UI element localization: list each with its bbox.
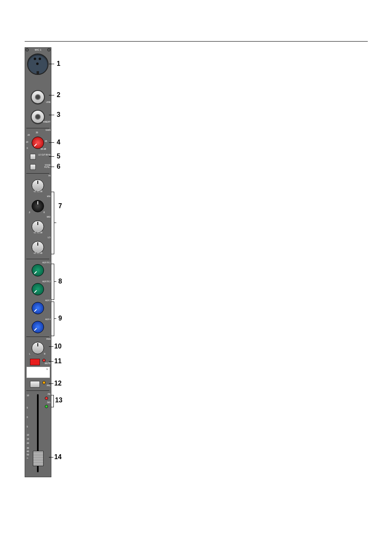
leader bbox=[49, 457, 53, 457]
bracket bbox=[51, 192, 54, 254]
leader bbox=[54, 281, 56, 282]
aux2-label: AUX FX 2 bbox=[42, 281, 51, 283]
pan-left: L bbox=[29, 353, 30, 355]
pk-label: PK bbox=[46, 393, 51, 395]
fader-tick: 10 bbox=[27, 434, 29, 436]
eq-hi-knob[interactable] bbox=[32, 179, 44, 192]
mute-label: MUTE bbox=[44, 362, 51, 365]
eq-freq-tick: 8 bbox=[44, 211, 45, 214]
leader bbox=[49, 156, 54, 157]
eq-hi-label: HI bbox=[46, 175, 51, 177]
callout-12: 12 bbox=[54, 380, 62, 387]
pfl-button[interactable] bbox=[30, 381, 40, 388]
eq-mid-knob[interactable] bbox=[32, 221, 44, 233]
gain-tick: 45 bbox=[45, 140, 47, 142]
eq-lo-label: LO bbox=[46, 237, 51, 239]
aux3-label: AUX 3 bbox=[42, 300, 51, 302]
aux1-knob[interactable] bbox=[32, 264, 44, 276]
eq-mid-label: MID bbox=[45, 216, 51, 218]
line-label: LINE bbox=[45, 101, 51, 103]
eq-mid-range: -15 +15 dB bbox=[27, 232, 49, 234]
bracket bbox=[51, 395, 54, 407]
pfl-led bbox=[42, 381, 46, 384]
channel-strip: MIC 1 LINE INSERT GAIN 0 10 20 30 45 60 … bbox=[25, 47, 51, 477]
callout-11: 11 bbox=[54, 358, 62, 365]
mute-button[interactable] bbox=[30, 359, 40, 365]
gain-tick: 10 bbox=[26, 141, 28, 143]
callout-8: 8 bbox=[58, 278, 62, 285]
gain-tick: 0 bbox=[27, 147, 28, 149]
bracket bbox=[51, 302, 54, 336]
eq-freq-tick: .3 bbox=[28, 211, 30, 214]
fader-tick: 20 bbox=[27, 442, 29, 444]
callout-10: 10 bbox=[54, 343, 62, 350]
leader bbox=[49, 383, 53, 384]
leader bbox=[49, 64, 54, 64]
pfl-label: PFL bbox=[46, 385, 51, 387]
callout-5: 5 bbox=[57, 153, 60, 160]
fader-tick: 15 bbox=[27, 438, 29, 440]
leader bbox=[49, 346, 53, 347]
callout-3: 3 bbox=[57, 111, 60, 118]
leader bbox=[49, 95, 54, 95]
bracket bbox=[51, 264, 54, 300]
gain-tick: 20 bbox=[28, 134, 30, 136]
insert-label: INSERT bbox=[42, 121, 51, 123]
fader-tick: 10 bbox=[27, 394, 29, 397]
locut-label: LO CUT 80 Hz bbox=[38, 154, 51, 156]
divider bbox=[26, 173, 49, 174]
channel-number: 1 bbox=[46, 368, 48, 370]
leader bbox=[49, 167, 54, 167]
gain-tick: 30 bbox=[36, 132, 38, 134]
eq-lo-knob[interactable] bbox=[32, 241, 44, 253]
fader-tick: 30 bbox=[27, 447, 29, 449]
voice-filter-label: VOICE FILTER bbox=[38, 164, 51, 168]
eq-lo-range: -15 +15 dB bbox=[27, 253, 49, 255]
voice-filter-button[interactable] bbox=[30, 164, 36, 170]
callout-1: 1 bbox=[57, 60, 60, 67]
sig-led bbox=[45, 405, 48, 408]
gain-knob[interactable] bbox=[32, 137, 44, 149]
leader bbox=[49, 361, 53, 362]
pk-led bbox=[45, 397, 48, 400]
fader-tick: 40 bbox=[27, 450, 29, 453]
gain-label: GAIN bbox=[44, 129, 51, 131]
leader bbox=[49, 142, 54, 143]
leader bbox=[54, 223, 56, 223]
gain-tick: 60 dB bbox=[41, 148, 46, 150]
callout-2: 2 bbox=[57, 91, 60, 99]
aux2-knob[interactable] bbox=[32, 283, 44, 295]
callout-13: 13 bbox=[55, 397, 62, 404]
eq-freq-knob[interactable] bbox=[32, 200, 44, 212]
fader-tick: 5 bbox=[27, 406, 28, 409]
fader-tick: ∞ bbox=[27, 457, 28, 459]
fader-cap[interactable] bbox=[33, 451, 44, 466]
mic-xlr-input[interactable] bbox=[27, 53, 48, 75]
fader-tick: 0 bbox=[27, 416, 28, 418]
callout-4: 4 bbox=[57, 139, 60, 146]
divider bbox=[26, 259, 49, 259]
aux4-label: AUX 4 bbox=[42, 318, 51, 320]
leader bbox=[54, 318, 56, 319]
callout-7: 7 bbox=[58, 202, 62, 210]
leader bbox=[49, 115, 54, 115]
locut-button[interactable] bbox=[30, 154, 36, 160]
page-rule bbox=[25, 41, 368, 42]
fader-tick: 50 bbox=[27, 453, 29, 456]
pan-label: PAN bbox=[45, 338, 51, 340]
line-input-jack[interactable] bbox=[31, 90, 45, 104]
aux3-knob[interactable] bbox=[32, 302, 44, 314]
pan-knob[interactable] bbox=[32, 342, 44, 354]
pan-right: R bbox=[44, 353, 46, 355]
aux1-label: AUX FX 1 bbox=[42, 262, 51, 264]
mute-led bbox=[42, 359, 46, 362]
callout-9: 9 bbox=[58, 315, 62, 322]
channel-title: MIC 1 bbox=[25, 49, 51, 51]
aux4-knob[interactable] bbox=[32, 321, 44, 333]
callout-14: 14 bbox=[54, 453, 62, 461]
divider bbox=[26, 337, 49, 337]
divider bbox=[26, 390, 49, 391]
eq-hi-range: -15 +15 dB bbox=[27, 191, 49, 193]
eq-freq-label: kHz bbox=[46, 195, 51, 197]
sig-label: SIG bbox=[46, 402, 51, 404]
